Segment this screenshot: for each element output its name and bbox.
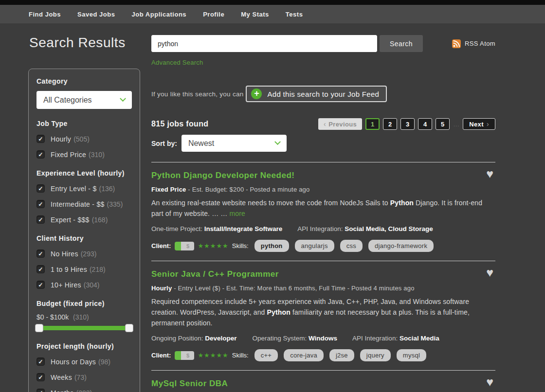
page-title: Search Results — [29, 35, 140, 51]
filter-intermediate[interactable]: ✓ Intermediate - $$ (335) — [36, 200, 132, 208]
rss-icon — [452, 39, 461, 48]
job-attributes: Ongoing Position: Developer Operating Sy… — [151, 335, 495, 342]
filter-label: Expert - $$$ — [51, 216, 90, 224]
page-button-3[interactable]: 3 — [400, 118, 415, 130]
filter-no-hires[interactable]: ✓ No Hires (293) — [36, 249, 132, 258]
page-button-4[interactable]: 4 — [418, 118, 432, 130]
chevron-left-icon: ‹ — [324, 120, 326, 128]
skill-tag[interactable]: angularjs — [295, 240, 334, 252]
page-button-2[interactable]: 2 — [383, 118, 397, 130]
filter-count: (73) — [74, 374, 87, 381]
nav-item-my-stats[interactable]: My Stats — [241, 11, 269, 18]
job-meta: Fixed Price - Est. Budget: $200 - Posted… — [151, 186, 495, 193]
rss-label: RSS Atom — [465, 40, 495, 47]
checkbox-checked-icon[interactable]: ✓ — [36, 389, 45, 392]
client-label: Client: — [151, 352, 171, 359]
client-payment-verified-icon: $ — [175, 242, 194, 250]
skill-tag[interactable]: django-framework — [368, 240, 434, 252]
experience-section-title: Experience Level (hourly) — [36, 169, 132, 177]
search-input[interactable] — [151, 35, 377, 52]
job-card: MySql Senior DBA ♥ Hourly - Est. Time: 3… — [151, 370, 495, 392]
filter-weeks[interactable]: ✓ Weeks (73) — [36, 373, 132, 381]
checkbox-checked-icon[interactable]: ✓ — [36, 135, 45, 143]
search-button[interactable]: Search — [380, 35, 423, 52]
filter-count: (218) — [90, 266, 106, 273]
checkbox-checked-icon[interactable]: ✓ — [36, 265, 45, 273]
budget-slider[interactable] — [36, 324, 132, 332]
filter-hours-or-days[interactable]: ✓ Hours or Days (98) — [36, 357, 132, 366]
budget-section-title: Budget (fixed price) — [36, 300, 132, 307]
page-button-5[interactable]: 5 — [436, 118, 450, 130]
skill-tag[interactable]: core-java — [284, 349, 324, 361]
nav-item-job-applications[interactable]: Job Applications — [132, 11, 187, 18]
job-description: An existing real-estate website needs to… — [151, 198, 495, 219]
filter-label: Weeks — [51, 374, 72, 381]
skill-tag[interactable]: jquery — [360, 349, 391, 361]
client-label: Client: — [151, 242, 171, 249]
budget-range-text: $0 - $100k — [36, 313, 69, 321]
nav-item-tests[interactable]: Tests — [286, 11, 303, 18]
checkbox-checked-icon[interactable]: ✓ — [36, 281, 45, 289]
main-column: Search RSS Atom Advanced Search If you l… — [151, 23, 495, 392]
sort-by-label: Sort by: — [151, 140, 177, 147]
advanced-search-link[interactable]: Advanced Search — [151, 59, 203, 66]
checkbox-checked-icon[interactable]: ✓ — [36, 357, 45, 366]
filter-label: Months — [51, 389, 74, 392]
skill-tag[interactable]: python — [254, 240, 289, 252]
nav-item-profile[interactable]: Profile — [203, 11, 224, 18]
client-row: Client: $ ★★★★★ Skills: python angularjs… — [151, 240, 495, 252]
feed-prompt-text: If you like this search, you can — [151, 90, 243, 98]
pagination-ellipsis: … — [453, 121, 459, 128]
add-search-button-label: Add this search to your Job Feed — [267, 90, 379, 98]
checkbox-checked-icon[interactable]: ✓ — [36, 184, 45, 193]
job-title-link[interactable]: Python Django Developer Needed! — [151, 171, 294, 180]
skill-tag[interactable]: css — [340, 240, 363, 252]
filter-count: (203) — [76, 389, 92, 392]
heart-icon[interactable]: ♥ — [486, 267, 493, 279]
filter-fixed-price[interactable]: ✓ Fixed Price (310) — [36, 150, 132, 159]
plus-icon: + — [251, 89, 262, 99]
chevron-right-icon: › — [487, 120, 489, 128]
add-search-to-job-feed-button[interactable]: + Add this search to your Job Feed — [246, 86, 387, 102]
category-section-title: Category — [36, 77, 132, 85]
more-link[interactable]: more — [230, 210, 245, 217]
filter-1-to-9-hires[interactable]: ✓ 1 to 9 Hires (218) — [36, 265, 132, 273]
filter-entry-level[interactable]: ✓ Entry Level - $ (136) — [36, 184, 132, 193]
filter-label: Hours or Days — [51, 358, 96, 366]
chevron-down-icon — [120, 95, 126, 102]
rss-atom-link[interactable]: RSS Atom — [452, 39, 495, 48]
job-meta: Hourly - Entry Level ($) - Est. Time: Mo… — [151, 285, 495, 292]
nav-item-saved-jobs[interactable]: Saved Jobs — [77, 11, 115, 18]
filter-label: Intermediate - $$ — [51, 200, 105, 208]
job-type-section-title: Job Type — [36, 120, 132, 127]
filter-expert[interactable]: ✓ Expert - $$$ (168) — [36, 215, 132, 224]
filter-months[interactable]: ✓ Months (203) — [36, 389, 132, 392]
checkbox-checked-icon[interactable]: ✓ — [36, 373, 45, 381]
previous-page-button[interactable]: ‹ Previous — [318, 118, 362, 130]
category-select[interactable]: All Categories — [36, 91, 132, 109]
job-title-link[interactable]: Senior Java / C++ Programmer — [151, 269, 279, 279]
heart-icon[interactable]: ♥ — [486, 376, 493, 388]
skill-tag[interactable]: mysql — [397, 349, 426, 361]
checkbox-checked-icon[interactable]: ✓ — [36, 200, 45, 208]
skill-tag[interactable]: j2se — [329, 349, 354, 361]
checkbox-checked-icon[interactable]: ✓ — [36, 215, 45, 224]
next-page-button[interactable]: Next › — [463, 118, 495, 130]
sort-select[interactable]: Newest — [182, 135, 287, 152]
heart-icon[interactable]: ♥ — [486, 168, 493, 180]
filter-label: Hourly — [51, 135, 71, 143]
filter-10-plus-hires[interactable]: ✓ 10+ Hires (304) — [36, 281, 132, 289]
job-title-link[interactable]: MySql Senior DBA — [151, 379, 228, 389]
budget-slider-handle-max[interactable] — [125, 324, 133, 332]
checkbox-checked-icon[interactable]: ✓ — [36, 249, 45, 258]
filters-panel: Category All Categories Job Type ✓ Hourl… — [28, 69, 140, 392]
checkbox-checked-icon[interactable]: ✓ — [36, 150, 45, 159]
skill-tag[interactable]: c++ — [254, 349, 278, 361]
filter-hourly[interactable]: ✓ Hourly (505) — [36, 135, 132, 143]
nav-item-find-jobs[interactable]: Find Jobs — [29, 11, 61, 18]
budget-slider-handle-min[interactable] — [35, 324, 43, 332]
sort-select-value: Newest — [188, 139, 275, 148]
client-rating-stars-icon: ★★★★★ — [198, 352, 228, 359]
filter-count: (136) — [99, 185, 115, 193]
page-button-1[interactable]: 1 — [365, 118, 380, 130]
